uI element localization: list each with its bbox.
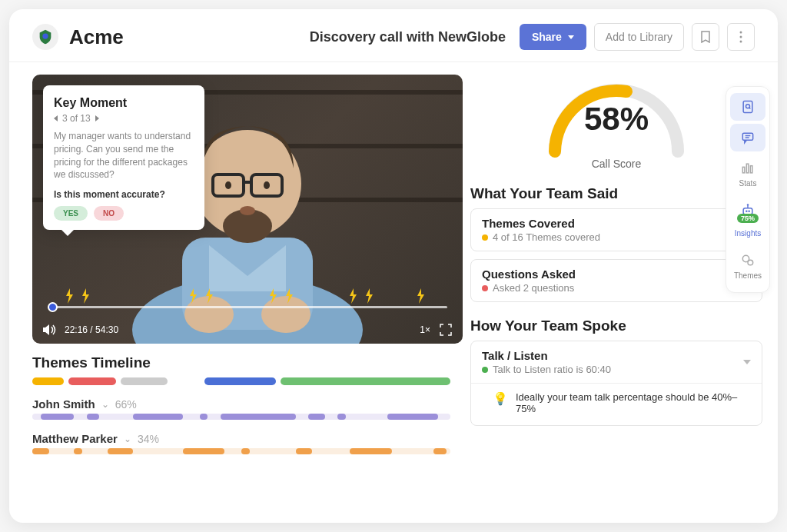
svg-point-0 xyxy=(42,33,48,38)
section-title: How Your Team Spoke xyxy=(470,318,762,334)
tip-row: 💡 Ideally your team talk percentage shou… xyxy=(482,390,751,422)
prev-moment-button[interactable] xyxy=(54,115,58,121)
call-score-label: Call Score xyxy=(592,158,642,170)
themes-timeline-title: Themes Timeline xyxy=(32,354,450,371)
add-to-library-button[interactable]: Add to Library xyxy=(594,23,684,51)
svg-point-12 xyxy=(264,181,270,189)
header: Acme Discovery call with NewGlobe Share … xyxy=(9,9,778,62)
fullscreen-icon[interactable] xyxy=(440,324,452,336)
bookmark-button[interactable] xyxy=(692,23,719,51)
sidebar-stats[interactable]: Stats xyxy=(730,155,765,194)
status-dot xyxy=(482,367,488,373)
chevron-down-icon xyxy=(568,35,574,39)
chevron-down-icon xyxy=(743,360,751,364)
section-title: What Your Team Said xyxy=(470,185,762,202)
chevron-down-icon: ⌄ xyxy=(124,434,131,444)
sidebar-insights[interactable]: 75% Insights xyxy=(730,197,765,244)
speaker-row[interactable]: Matthew Parker ⌄ 34% xyxy=(32,432,450,445)
svg-point-27 xyxy=(748,211,750,213)
themes-timeline-bar xyxy=(32,377,450,385)
call-score-gauge: 58% Call Score xyxy=(470,75,762,170)
share-button[interactable]: Share xyxy=(520,24,586,50)
sidebar-themes[interactable]: Themes xyxy=(730,247,765,286)
speaker-track xyxy=(32,448,450,454)
call-score-value: 58% xyxy=(528,101,705,138)
svg-rect-19 xyxy=(742,133,752,140)
talk-listen-card[interactable]: Talk / Listen Talk to Listen ratio is 60… xyxy=(470,341,762,426)
playback-speed[interactable]: 1× xyxy=(420,324,430,335)
svg-point-2 xyxy=(740,36,742,38)
more-menu-button[interactable] xyxy=(727,23,755,51)
accurate-no-button[interactable]: NO xyxy=(94,206,124,221)
video-time: 22:16 / 54:30 xyxy=(65,324,118,335)
right-sidebar: Stats 75% Insights Themes xyxy=(726,86,770,293)
svg-point-3 xyxy=(740,41,742,43)
svg-point-31 xyxy=(748,260,753,265)
svg-rect-23 xyxy=(746,164,749,173)
page-title: Discovery call with NewGlobe xyxy=(310,29,506,45)
svg-rect-24 xyxy=(750,166,752,173)
app-window: Acme Discovery call with NewGlobe Share … xyxy=(9,9,778,523)
status-dot xyxy=(482,234,488,241)
speaker-track xyxy=(32,414,450,420)
svg-point-13 xyxy=(240,206,255,215)
video-scrubber[interactable] xyxy=(48,306,447,308)
svg-rect-22 xyxy=(742,167,745,173)
svg-line-18 xyxy=(749,108,751,109)
sidebar-search[interactable] xyxy=(730,93,765,121)
next-moment-button[interactable] xyxy=(95,115,99,121)
main-content: Key Moment 3 of 13 My manager wants to u… xyxy=(9,62,778,523)
key-moment-nav: 3 of 13 xyxy=(54,113,194,124)
key-moment-title: Key Moment xyxy=(54,96,194,110)
lightbulb-icon: 💡 xyxy=(493,391,508,414)
left-column: Key Moment 3 of 13 My manager wants to u… xyxy=(9,62,463,523)
video-player[interactable]: Key Moment 3 of 13 My manager wants to u… xyxy=(32,75,463,344)
themes-covered-card[interactable]: Themes Covered 4 of 16 Themes covered xyxy=(470,208,762,251)
svg-point-29 xyxy=(747,204,749,206)
insights-badge: 75% xyxy=(737,214,759,223)
svg-point-26 xyxy=(745,211,748,213)
key-moment-markers xyxy=(48,287,447,304)
scrubber-handle[interactable] xyxy=(48,302,58,312)
speaker-row[interactable]: John Smith ⌄ 66% xyxy=(32,397,450,411)
svg-rect-16 xyxy=(743,101,752,113)
key-moment-body: My manager wants to understand pricing. … xyxy=(54,130,194,181)
brand-logo xyxy=(32,24,58,50)
svg-point-1 xyxy=(740,32,742,34)
brand-name: Acme xyxy=(69,25,124,49)
video-controls: 22:16 / 54:30 1× xyxy=(43,324,452,336)
sidebar-comments[interactable] xyxy=(730,124,765,151)
chevron-down-icon: ⌄ xyxy=(101,399,109,410)
svg-point-11 xyxy=(225,181,231,189)
volume-icon[interactable] xyxy=(43,324,57,336)
questions-asked-card[interactable]: Questions Asked Asked 2 questions xyxy=(470,259,762,302)
accurate-yes-button[interactable]: YES xyxy=(54,206,88,221)
status-dot xyxy=(482,285,488,291)
key-moment-prompt: Is this moment accurate? xyxy=(54,189,194,200)
key-moment-card: Key Moment 3 of 13 My manager wants to u… xyxy=(43,85,204,230)
